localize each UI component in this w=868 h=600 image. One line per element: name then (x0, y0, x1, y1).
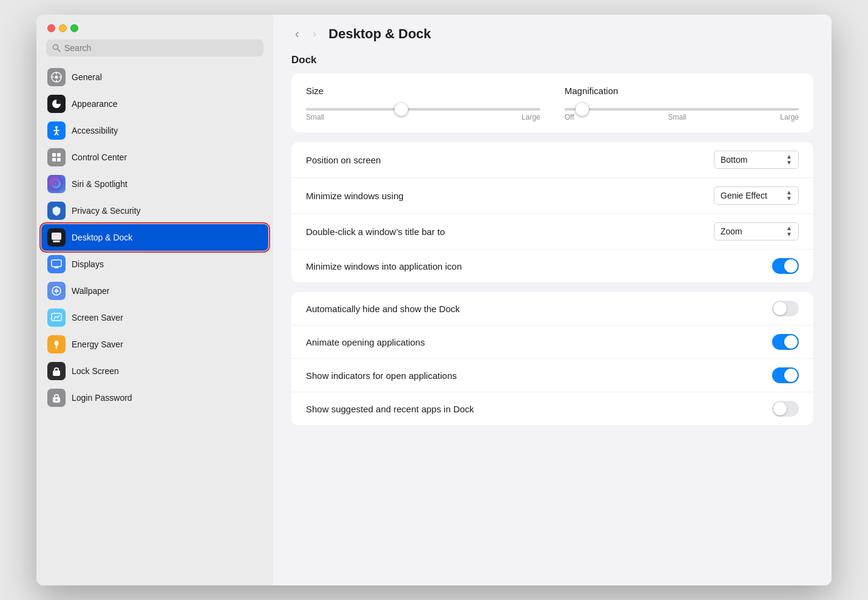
dropdown-position[interactable]: Bottom▲▼ (714, 151, 799, 169)
svg-line-1 (58, 49, 61, 52)
sidebar-item-general[interactable]: General (41, 64, 268, 90)
sidebar-item-siri-spotlight[interactable]: Siri & Spotlight (41, 171, 268, 197)
minimize-button[interactable] (59, 24, 67, 32)
sidebar-item-displays[interactable]: Displays (41, 251, 268, 278)
toggle-show-recent[interactable] (772, 401, 799, 417)
sidebar-item-login-password[interactable]: Login Password (41, 384, 268, 411)
sidebar-item-label-login-password: Login Password (72, 393, 132, 403)
toggle-animate-opening[interactable] (772, 334, 799, 350)
dock-section-title: Dock (291, 54, 813, 66)
svg-rect-32 (53, 370, 60, 376)
sidebar-item-accessibility[interactable]: Accessibility (41, 117, 268, 144)
sidebar-item-control-center[interactable]: Control Center (41, 144, 268, 171)
mag-small-label: Small (668, 113, 687, 121)
search-icon (52, 44, 61, 52)
settings-card-2: Automatically hide and show the DockAnim… (291, 292, 813, 425)
sidebar-item-label-privacy-security: Privacy & Security (72, 206, 141, 216)
main-header: ‹ › Desktop & Dock (273, 15, 832, 48)
dropdown-arrows-double-click-title: ▲▼ (786, 225, 792, 237)
setting-label-double-click-title: Double-click a window’s title bar to (306, 227, 445, 237)
screen-saver-icon (47, 309, 66, 327)
sidebar-item-appearance[interactable]: Appearance (41, 90, 268, 117)
mag-large-label: Large (780, 113, 799, 121)
toggle-knob-show-recent (773, 402, 787, 415)
svg-point-9 (55, 126, 58, 129)
setting-label-show-recent: Show suggested and recent apps in Dock (306, 404, 474, 414)
maximize-button[interactable] (70, 24, 78, 32)
dropdown-double-click-title[interactable]: Zoom▲▼ (714, 222, 799, 240)
displays-icon (47, 255, 66, 273)
size-max-label: Large (521, 113, 540, 121)
sidebar-item-wallpaper[interactable]: Wallpaper (41, 278, 268, 304)
content-scroll[interactable]: Dock Size Small Large Magnification (273, 48, 832, 585)
sidebar-item-label-appearance: Appearance (72, 99, 118, 109)
setting-row-minimize-into-icon: Minimize windows into application icon (291, 249, 813, 282)
siri-spotlight-icon (47, 175, 66, 193)
setting-label-show-indicators: Show indicators for open applications (306, 370, 456, 381)
dropdown-value-minimize-windows-using: Genie Effect (721, 191, 767, 200)
dropdown-arrows-position: ▲▼ (786, 154, 792, 166)
svg-point-3 (55, 76, 58, 79)
setting-row-animate-opening: Animate opening applications (291, 325, 813, 358)
main-content: ‹ › Desktop & Dock Dock Size Small Large (273, 15, 832, 585)
setting-label-minimize-into-icon: Minimize windows into application icon (306, 261, 462, 271)
forward-button[interactable]: › (309, 26, 320, 42)
slider-section: Size Small Large Magnification Off Small (291, 73, 813, 132)
sidebar-item-energy-saver[interactable]: Energy Saver (41, 331, 268, 358)
search-bar[interactable] (46, 39, 263, 56)
size-slider[interactable] (306, 108, 540, 111)
desktop-dock-icon (47, 228, 66, 247)
sidebar-item-label-screen-saver: Screen Saver (72, 313, 123, 322)
setting-row-minimize-windows-using: Minimize windows usingGenie Effect▲▼ (291, 177, 813, 213)
svg-rect-19 (52, 233, 61, 240)
setting-row-auto-hide: Automatically hide and show the Dock (291, 292, 813, 325)
sidebar-item-label-energy-saver: Energy Saver (72, 339, 123, 349)
sidebar-item-privacy-security[interactable]: Privacy & Security (41, 197, 268, 224)
toggle-knob-show-indicators (784, 369, 798, 382)
setting-label-position: Position on screen (306, 155, 381, 165)
close-button[interactable] (47, 24, 55, 32)
sidebar-item-screen-saver[interactable]: Screen Saver (41, 304, 268, 331)
svg-rect-16 (52, 158, 56, 162)
toggle-minimize-into-icon[interactable] (772, 258, 799, 274)
size-slider-group: Size Small Large (306, 86, 540, 121)
toggle-auto-hide[interactable] (772, 301, 799, 316)
magnification-slider[interactable] (565, 108, 799, 111)
accessibility-icon (47, 121, 66, 140)
traffic-lights (47, 24, 78, 32)
mag-off-label: Off (565, 113, 574, 121)
svg-point-18 (52, 180, 61, 188)
search-input[interactable] (64, 43, 257, 53)
setting-label-auto-hide: Automatically hide and show the Dock (306, 304, 459, 314)
general-icon (47, 68, 66, 86)
toggle-show-indicators[interactable] (772, 367, 799, 383)
sidebar: GeneralAppearanceAccessibilityControl Ce… (36, 15, 273, 585)
magnification-label: Magnification (565, 86, 799, 96)
lock-screen-icon (47, 362, 66, 380)
sidebar-item-label-wallpaper: Wallpaper (72, 286, 110, 296)
svg-point-29 (55, 341, 59, 346)
setting-row-position: Position on screenBottom▲▼ (291, 142, 813, 177)
svg-rect-17 (57, 158, 61, 162)
dropdown-value-position: Bottom (721, 155, 747, 165)
toggle-knob-animate-opening (784, 335, 798, 349)
magnification-slider-group: Magnification Off Small Large (565, 86, 799, 121)
sidebar-item-label-siri-spotlight: Siri & Spotlight (72, 179, 127, 189)
back-button[interactable]: ‹ (291, 26, 303, 42)
svg-rect-20 (53, 240, 60, 242)
setting-row-double-click-title: Double-click a window’s title bar toZoom… (291, 213, 813, 249)
energy-saver-icon (47, 335, 66, 353)
sidebar-item-desktop-dock[interactable]: Desktop & Dock (41, 224, 268, 251)
setting-label-animate-opening: Animate opening applications (306, 337, 425, 347)
sidebar-item-lock-screen[interactable]: Lock Screen (41, 358, 268, 384)
sidebar-item-label-desktop-dock: Desktop & Dock (72, 233, 132, 242)
titlebar (36, 15, 273, 39)
svg-rect-21 (52, 260, 61, 267)
svg-rect-15 (57, 153, 61, 157)
setting-row-show-indicators: Show indicators for open applications (291, 358, 813, 392)
toggle-knob-minimize-into-icon (784, 259, 798, 273)
sidebar-item-label-lock-screen: Lock Screen (72, 366, 119, 376)
page-title: Desktop & Dock (328, 26, 431, 42)
sidebar-list: GeneralAppearanceAccessibilityControl Ce… (36, 61, 273, 573)
dropdown-minimize-windows-using[interactable]: Genie Effect▲▼ (714, 186, 799, 205)
